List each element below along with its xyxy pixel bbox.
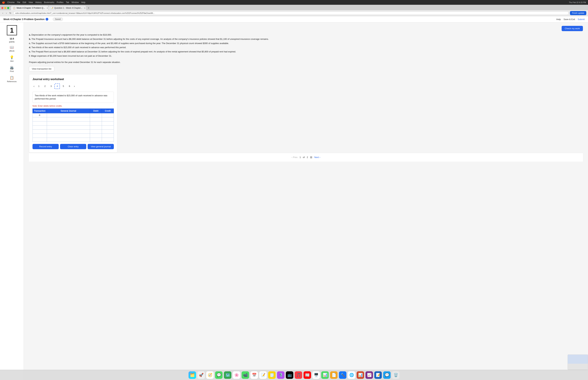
credit-input-1[interactable] xyxy=(103,114,113,116)
dock-powerpoint[interactable]: 📊 xyxy=(357,371,364,379)
prev-page-button[interactable]: ‹ Prev xyxy=(292,156,298,158)
dock-podcasts[interactable]: 🎙️ xyxy=(277,371,285,379)
debit-cell-3[interactable] xyxy=(90,121,102,125)
worksheet-tab-1[interactable]: 1 xyxy=(36,83,41,89)
forward-button[interactable]: › xyxy=(5,11,7,15)
menu-view[interactable]: View xyxy=(29,1,33,3)
view-transaction-list-button[interactable]: View transaction list xyxy=(29,66,54,72)
worksheet-tab-6[interactable]: 6 xyxy=(67,83,72,89)
credit-input-5[interactable] xyxy=(103,130,113,133)
general-journal-input-3[interactable] xyxy=(48,122,89,125)
debit-cell-1[interactable] xyxy=(90,113,102,117)
url-bar[interactable]: ezto.mheducation.com/ext/map/index.html?… xyxy=(13,11,569,15)
dock-calendar[interactable]: 📅 xyxy=(250,371,258,379)
dock-grapher[interactable]: 📈 xyxy=(365,371,373,379)
view-general-journal-button[interactable]: View general journal xyxy=(88,144,114,149)
debit-cell-5[interactable] xyxy=(90,130,102,133)
menu-help[interactable]: Help xyxy=(81,1,85,3)
credit-cell-1[interactable] xyxy=(102,113,114,117)
dock-word[interactable]: 📝 xyxy=(374,371,382,379)
dock-numbers[interactable]: 📊 xyxy=(321,371,329,379)
back-button[interactable]: ‹ xyxy=(2,11,4,15)
debit-input-7[interactable] xyxy=(91,138,101,141)
debit-input-1[interactable] xyxy=(91,114,101,116)
tab-question1[interactable]: 📝 Question 1 - Week 4:Chapter... ✕ xyxy=(49,6,86,10)
menu-history[interactable]: History xyxy=(35,1,42,3)
credit-cell-6[interactable] xyxy=(102,133,114,138)
debit-input-5[interactable] xyxy=(91,130,101,133)
info-icon[interactable]: i xyxy=(46,18,48,20)
general-journal-cell-2[interactable] xyxy=(47,117,90,121)
debit-cell-6[interactable] xyxy=(90,133,102,138)
credit-cell-3[interactable] xyxy=(102,121,114,125)
dock-imessage[interactable]: 💬 xyxy=(383,371,391,379)
dock-reminders[interactable]: 📝 xyxy=(259,371,267,379)
check-work-button[interactable]: Check my work xyxy=(562,26,583,31)
worksheet-tab-4[interactable]: 4 xyxy=(55,83,60,89)
general-journal-cell-7[interactable] xyxy=(47,138,90,142)
dock-tv[interactable]: 📺 xyxy=(286,371,293,379)
credit-input-7[interactable] xyxy=(103,138,113,141)
menu-file[interactable]: File xyxy=(17,1,20,3)
menu-tab[interactable]: Tab xyxy=(66,1,69,3)
general-journal-cell-5[interactable] xyxy=(47,130,90,133)
menu-edit[interactable]: Edit xyxy=(23,1,26,3)
dock-safari[interactable]: 🧭 xyxy=(206,371,214,379)
credit-input-4[interactable] xyxy=(103,126,113,129)
credit-cell-7[interactable] xyxy=(102,138,114,142)
tab-close-1[interactable]: ✕ xyxy=(47,7,48,9)
debit-cell-7[interactable] xyxy=(90,138,102,142)
dock-pages[interactable]: 📄 xyxy=(330,371,338,379)
finish-update-button[interactable]: Finish update xyxy=(570,11,586,15)
credit-input-2[interactable] xyxy=(103,118,113,120)
tab-close-2[interactable]: ✕ xyxy=(84,7,85,9)
worksheet-tab-3[interactable]: 3 xyxy=(48,83,54,89)
credit-input-3[interactable] xyxy=(103,122,113,125)
debit-input-3[interactable] xyxy=(91,122,101,125)
menu-window[interactable]: Window xyxy=(72,1,79,3)
dock-news[interactable]: 📰 xyxy=(303,371,311,379)
dock-trash[interactable]: 🗑️ xyxy=(392,371,399,379)
record-entry-button[interactable]: Record entry xyxy=(33,144,59,149)
sidebar-item-ebook[interactable]: 📖 eBook xyxy=(0,44,24,53)
sidebar-item-references[interactable]: 📋 References xyxy=(0,74,24,84)
tab-next-button[interactable]: › xyxy=(73,84,76,88)
worksheet-tab-2[interactable]: 2 xyxy=(42,83,48,89)
debit-cell-4[interactable] xyxy=(90,125,102,130)
menu-bookmarks[interactable]: Bookmarks xyxy=(44,1,54,3)
tab-prev-button[interactable]: ‹ xyxy=(33,84,35,88)
save-exit-button[interactable]: Save & Exit xyxy=(564,18,575,20)
debit-input-6[interactable] xyxy=(91,134,101,137)
general-journal-input-4[interactable] xyxy=(48,126,89,129)
minimize-traffic-light[interactable] xyxy=(4,7,6,9)
credit-input-6[interactable] xyxy=(103,134,113,137)
dock-notes[interactable]: 🗒️ xyxy=(268,371,276,379)
general-journal-cell-6[interactable] xyxy=(47,133,90,138)
dock-messages[interactable]: 💬 xyxy=(215,371,223,379)
dock-keynote[interactable]: 🖥️ xyxy=(312,371,320,379)
help-link[interactable]: Help xyxy=(556,18,561,20)
general-journal-input-7[interactable] xyxy=(48,138,89,141)
credit-cell-2[interactable] xyxy=(102,117,114,121)
dock-music[interactable]: 🎵 xyxy=(295,371,302,379)
reload-button[interactable]: ↻ xyxy=(9,11,12,15)
close-traffic-light[interactable] xyxy=(1,7,3,9)
sidebar-item-print[interactable]: 🖨️ Print xyxy=(0,64,24,74)
debit-cell-2[interactable] xyxy=(90,117,102,121)
apple-icon[interactable]: 🍎 xyxy=(2,1,5,4)
dock-launchpad[interactable]: 🚀 xyxy=(197,371,205,379)
general-journal-cell-1[interactable] xyxy=(47,113,90,117)
general-journal-cell-3[interactable] xyxy=(47,121,90,125)
worksheet-tab-5[interactable]: 5 xyxy=(60,83,66,89)
dock-facetime[interactable]: 📹 xyxy=(242,371,249,379)
menu-profiles[interactable]: Profiles xyxy=(57,1,63,3)
dock-chrome[interactable]: 🌐 xyxy=(348,371,355,379)
next-page-button[interactable]: Next › xyxy=(314,156,320,158)
menu-chrome[interactable]: Chrome xyxy=(7,1,15,3)
dock-photos[interactable]: 🌸 xyxy=(233,371,240,379)
debit-input-2[interactable] xyxy=(91,118,101,120)
grid-icon[interactable]: ⊞ xyxy=(310,156,312,159)
general-journal-input-2[interactable] xyxy=(48,118,89,120)
debit-input-4[interactable] xyxy=(91,126,101,129)
maximize-traffic-light[interactable] xyxy=(7,7,9,9)
